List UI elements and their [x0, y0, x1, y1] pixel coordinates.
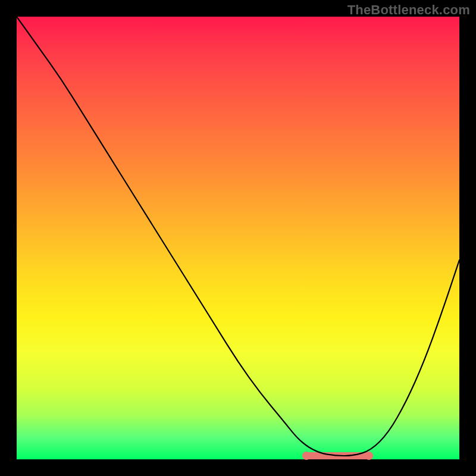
watermark-label: TheBottleneck.com — [347, 2, 470, 18]
plot-area — [17, 17, 459, 459]
bottleneck-curve — [17, 17, 459, 456]
chart-frame: TheBottleneck.com — [0, 0, 476, 476]
curve-svg — [17, 17, 459, 459]
